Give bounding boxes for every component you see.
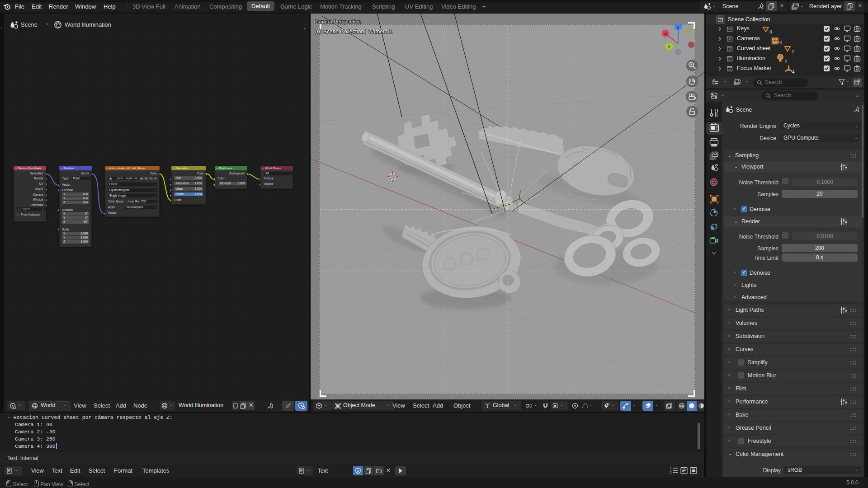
- svg-text:›: ›: [311, 26, 313, 31]
- svg-text:(0) Scene Collection | Camera: (0) Scene Collection | Camera 1: [315, 28, 392, 35]
- svg-text:Camera Perspective: Camera Perspective: [314, 19, 361, 24]
- svg-text:4: 4: [779, 40, 782, 45]
- svg-text:X: X: [664, 32, 667, 36]
- svg-text:2: 2: [670, 471, 672, 474]
- svg-text:4: 4: [792, 70, 795, 75]
- svg-text:2: 2: [792, 49, 794, 54]
- svg-text:3: 3: [769, 29, 772, 34]
- svg-text:Z: Z: [677, 25, 679, 29]
- svg-text:2: 2: [785, 59, 788, 64]
- svg-text:Y: Y: [668, 45, 670, 49]
- svg-text:‹: ‹: [699, 26, 701, 31]
- svg-text:1: 1: [670, 467, 672, 470]
